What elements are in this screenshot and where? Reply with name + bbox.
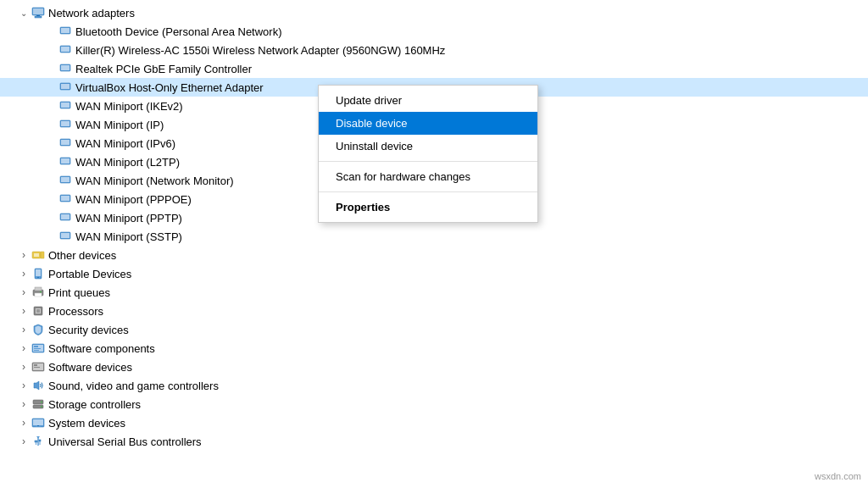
svg-rect-57 bbox=[36, 426, 41, 427]
tree-item-print-queues[interactable]: Print queues bbox=[0, 283, 868, 302]
tree-item-wan-sstp[interactable]: WAN Miniport (SSTP) bbox=[0, 227, 868, 246]
usb-label: Universal Serial Bus controllers bbox=[48, 435, 868, 448]
icon-processors bbox=[31, 304, 46, 318]
icon-virtualbox bbox=[58, 80, 73, 94]
svg-rect-48 bbox=[34, 364, 37, 366]
icon-wan-ip bbox=[58, 118, 73, 131]
tree-item-bluetooth[interactable]: Bluetooth Device (Personal Area Network) bbox=[0, 22, 868, 41]
svg-point-37 bbox=[40, 291, 42, 293]
tree-item-other-devices[interactable]: Other devices bbox=[0, 246, 868, 264]
expand-security[interactable] bbox=[17, 323, 31, 336]
svg-rect-40 bbox=[36, 309, 40, 313]
realtek-label: Realtek PCIe GbE Family Controller bbox=[75, 63, 868, 75]
tree-item-security[interactable]: Security devices bbox=[0, 320, 868, 339]
watermark: wsxdn.com bbox=[815, 471, 861, 481]
icon-other-devices bbox=[31, 248, 46, 262]
svg-rect-7 bbox=[61, 47, 70, 52]
svg-rect-45 bbox=[34, 350, 39, 351]
expand-system[interactable] bbox=[17, 416, 31, 430]
icon-wan-ipv6 bbox=[58, 136, 73, 150]
svg-rect-49 bbox=[34, 367, 40, 368]
device-manager: Network adapters Bluetooth Device (Perso… bbox=[0, 0, 868, 488]
svg-rect-29 bbox=[34, 253, 39, 257]
system-label: System devices bbox=[48, 417, 868, 430]
portable-label: Portable Devices bbox=[48, 268, 868, 280]
context-menu-uninstall-device[interactable]: Uninstall device bbox=[319, 135, 537, 158]
icon-sound bbox=[31, 379, 46, 392]
svg-rect-3 bbox=[33, 8, 43, 14]
tree-item-killer[interactable]: Killer(R) Wireless-AC 1550i Wireless Net… bbox=[0, 41, 868, 59]
svg-point-53 bbox=[41, 402, 42, 403]
tree-item-system[interactable]: System devices bbox=[0, 413, 868, 432]
icon-print-queues bbox=[31, 286, 46, 299]
software-devices-label: Software devices bbox=[48, 361, 868, 374]
context-menu-scan-hardware[interactable]: Scan for hardware changes bbox=[319, 165, 537, 188]
context-menu-update-driver[interactable]: Update driver bbox=[319, 89, 537, 112]
svg-marker-50 bbox=[34, 381, 39, 390]
print-queues-label: Print queues bbox=[48, 286, 868, 299]
other-devices-label: Other devices bbox=[48, 249, 868, 262]
expand-storage[interactable] bbox=[17, 397, 31, 411]
svg-rect-27 bbox=[61, 233, 70, 238]
tree-item-portable[interactable]: Portable Devices bbox=[0, 264, 868, 283]
tree-item-usb[interactable]: Universal Serial Bus controllers bbox=[0, 432, 868, 451]
context-menu-disable-device[interactable]: Disable device bbox=[319, 112, 537, 135]
expand-sound[interactable] bbox=[17, 379, 31, 392]
svg-rect-25 bbox=[61, 214, 70, 219]
icon-wan-ikev2 bbox=[58, 99, 73, 113]
tree-item-realtek[interactable]: Realtek PCIe GbE Family Controller bbox=[0, 59, 868, 78]
context-menu-properties[interactable]: Properties bbox=[319, 196, 537, 219]
svg-rect-19 bbox=[61, 158, 70, 164]
security-label: Security devices bbox=[48, 324, 868, 336]
svg-rect-9 bbox=[61, 65, 70, 70]
wan-sstp-label: WAN Miniport (SSTP) bbox=[75, 230, 868, 243]
icon-software-components bbox=[31, 341, 46, 355]
expand-software-devices[interactable] bbox=[17, 360, 31, 374]
icon-storage bbox=[31, 397, 46, 411]
icon-network-adapters bbox=[31, 6, 46, 19]
icon-killer bbox=[58, 43, 73, 57]
expand-network-adapters[interactable] bbox=[17, 6, 31, 19]
svg-point-54 bbox=[41, 406, 42, 408]
tree-item-sound[interactable]: Sound, video and game controllers bbox=[0, 376, 868, 395]
svg-rect-32 bbox=[36, 269, 41, 276]
expand-usb[interactable] bbox=[17, 435, 31, 448]
expand-other-devices[interactable] bbox=[17, 248, 31, 262]
context-menu: Update driver Disable device Uninstall d… bbox=[318, 85, 538, 223]
icon-wan-pppoe bbox=[58, 192, 73, 206]
svg-rect-44 bbox=[34, 348, 41, 349]
expand-processors[interactable] bbox=[17, 304, 31, 318]
tree-item-processors[interactable]: Processors bbox=[0, 302, 868, 320]
icon-security bbox=[31, 323, 46, 336]
network-adapters-label: Network adapters bbox=[48, 7, 868, 19]
icon-wan-pptp bbox=[58, 211, 73, 225]
svg-marker-60 bbox=[36, 436, 40, 439]
svg-rect-36 bbox=[35, 293, 42, 297]
tree-item-software-components[interactable]: Software components bbox=[0, 339, 868, 358]
svg-rect-58 bbox=[37, 425, 39, 426]
tree-item-storage[interactable]: Storage controllers bbox=[0, 395, 868, 413]
expand-software-components[interactable] bbox=[17, 341, 31, 355]
processors-label: Processors bbox=[48, 305, 868, 318]
svg-rect-21 bbox=[61, 177, 70, 182]
expand-portable[interactable] bbox=[17, 267, 31, 280]
tree-item-software-devices[interactable]: Software devices bbox=[0, 358, 868, 376]
svg-rect-30 bbox=[41, 252, 44, 258]
icon-software-devices bbox=[31, 360, 46, 374]
bluetooth-label: Bluetooth Device (Personal Area Network) bbox=[75, 25, 868, 38]
context-menu-separator-2 bbox=[319, 191, 537, 192]
context-menu-separator-1 bbox=[319, 161, 537, 162]
tree-item-network-adapters[interactable]: Network adapters bbox=[0, 3, 868, 22]
icon-wan-sstp bbox=[58, 230, 73, 243]
svg-rect-11 bbox=[61, 84, 70, 89]
svg-rect-15 bbox=[61, 121, 70, 126]
icon-wan-l2tp bbox=[58, 155, 73, 169]
svg-rect-17 bbox=[61, 140, 70, 145]
svg-rect-56 bbox=[33, 419, 43, 425]
expand-print-queues[interactable] bbox=[17, 286, 31, 299]
icon-system bbox=[31, 416, 46, 430]
svg-rect-43 bbox=[34, 346, 38, 347]
svg-rect-35 bbox=[35, 287, 42, 291]
svg-rect-63 bbox=[39, 440, 41, 441]
svg-rect-23 bbox=[61, 196, 70, 201]
